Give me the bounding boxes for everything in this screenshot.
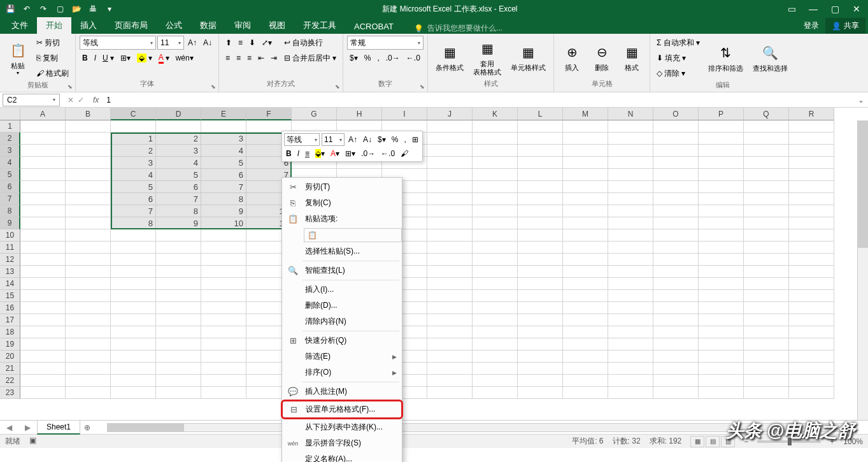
cell-R20[interactable]	[789, 350, 834, 363]
cell-E9[interactable]: 10	[201, 217, 246, 229]
cell-N20[interactable]	[608, 350, 653, 363]
cell-L4[interactable]	[518, 157, 563, 169]
cell-D19[interactable]	[156, 338, 201, 350]
cell-M10[interactable]	[563, 229, 608, 242]
row-header-11[interactable]: 11	[0, 242, 20, 254]
cell-M15[interactable]	[563, 290, 608, 302]
save-icon[interactable]: 💾	[3, 2, 18, 16]
cell-N18[interactable]	[608, 326, 653, 338]
formula-bar[interactable]: 1	[103, 94, 854, 106]
increase-decimal-button[interactable]: .0→	[383, 51, 402, 65]
cell-C21[interactable]	[111, 363, 156, 375]
ctx-define-name[interactable]: 定义名称(A)...	[282, 451, 402, 462]
cell-R8[interactable]	[789, 205, 834, 217]
cell-O18[interactable]	[653, 326, 699, 338]
cell-D13[interactable]	[156, 266, 201, 278]
cell-K6[interactable]	[473, 181, 518, 193]
cell-L19[interactable]	[518, 338, 563, 350]
percent-button[interactable]: %	[362, 51, 374, 65]
cell-D6[interactable]: 6	[156, 181, 201, 193]
cell-O13[interactable]	[653, 266, 699, 278]
cell-M16[interactable]	[563, 302, 608, 314]
cell-O4[interactable]	[653, 157, 699, 169]
row-header-6[interactable]: 6	[0, 181, 20, 193]
print-icon[interactable]: 🖶	[85, 2, 101, 16]
cell-O15[interactable]	[653, 290, 699, 302]
view-page-break-button[interactable]: ▥	[721, 436, 735, 447]
font-color-button[interactable]: A▾	[156, 51, 172, 65]
conditional-format-button[interactable]: ▦条件格式	[432, 36, 467, 79]
ctx-insert-comment[interactable]: 💬插入批注(M)	[282, 384, 402, 400]
cell-D22[interactable]	[156, 375, 201, 387]
cell-A1[interactable]	[20, 120, 66, 133]
row-header-14[interactable]: 14	[0, 278, 20, 290]
font-size-combo[interactable]: 11▾	[157, 36, 184, 50]
cell-D3[interactable]: 3	[156, 145, 201, 157]
cell-A18[interactable]	[20, 326, 66, 338]
cell-L10[interactable]	[518, 229, 563, 242]
indent-inc-button[interactable]: ⇥	[268, 51, 280, 65]
cell-D1[interactable]	[156, 120, 201, 133]
cell-C13[interactable]	[111, 266, 156, 278]
cell-B19[interactable]	[66, 338, 111, 350]
cell-K14[interactable]	[473, 278, 518, 290]
row-header-3[interactable]: 3	[0, 145, 20, 157]
cell-K16[interactable]	[473, 302, 518, 314]
mini-italic[interactable]: I	[295, 148, 301, 159]
cell-L15[interactable]	[518, 290, 563, 302]
login-button[interactable]: 登录	[797, 18, 825, 34]
cell-M3[interactable]	[563, 145, 608, 157]
cell-D21[interactable]	[156, 363, 201, 375]
expand-formula-bar[interactable]: ⌄	[854, 96, 868, 105]
cell-P21[interactable]	[699, 363, 744, 375]
cell-L12[interactable]	[518, 254, 563, 266]
align-middle-button[interactable]: ≡	[236, 36, 245, 50]
cell-Q11[interactable]	[744, 242, 789, 254]
cell-J16[interactable]	[427, 302, 473, 314]
cell-E19[interactable]	[201, 338, 246, 350]
new-icon[interactable]: ▢	[52, 2, 68, 16]
col-header-L[interactable]: L	[518, 108, 563, 120]
col-header-R[interactable]: R	[789, 108, 834, 120]
cell-E1[interactable]	[201, 120, 246, 133]
mini-font-color[interactable]: A▾	[329, 148, 341, 159]
cell-R9[interactable]	[789, 217, 834, 229]
mini-font-combo[interactable]: 等线▾	[284, 133, 320, 146]
close-icon[interactable]: ✕	[848, 2, 865, 16]
cell-L16[interactable]	[518, 302, 563, 314]
cell-A16[interactable]	[20, 302, 66, 314]
col-header-E[interactable]: E	[201, 108, 246, 120]
row-header-9[interactable]: 9	[0, 217, 20, 229]
cell-M22[interactable]	[563, 375, 608, 387]
align-bottom-button[interactable]: ⬇	[246, 36, 258, 50]
cell-D11[interactable]	[156, 242, 201, 254]
cell-N8[interactable]	[608, 205, 653, 217]
cell-E16[interactable]	[201, 302, 246, 314]
cell-C19[interactable]	[111, 338, 156, 350]
cell-E5[interactable]: 6	[201, 169, 246, 181]
cell-L20[interactable]	[518, 350, 563, 363]
cell-A8[interactable]	[20, 205, 66, 217]
ctx-insert[interactable]: 插入(I)...	[282, 282, 402, 298]
cell-O9[interactable]	[653, 217, 699, 229]
cell-B21[interactable]	[66, 363, 111, 375]
cell-E20[interactable]	[201, 350, 246, 363]
delete-cells-button[interactable]: ⊖删除	[588, 36, 616, 79]
tab-home[interactable]: 开始	[37, 17, 71, 34]
cell-D5[interactable]: 5	[156, 169, 201, 181]
cell-P23[interactable]	[699, 387, 744, 399]
cell-D14[interactable]	[156, 278, 201, 290]
row-header-7[interactable]: 7	[0, 193, 20, 205]
ctx-sort[interactable]: 排序(O)▶	[282, 365, 402, 380]
cell-R4[interactable]	[789, 157, 834, 169]
cell-J1[interactable]	[427, 120, 473, 133]
col-header-C[interactable]: C	[111, 108, 156, 120]
sort-filter-button[interactable]: ⇅排序和筛选	[704, 36, 747, 80]
mini-underline[interactable]: ≡	[303, 148, 311, 159]
cell-M21[interactable]	[563, 363, 608, 375]
cell-B17[interactable]	[66, 314, 111, 326]
cell-N21[interactable]	[608, 363, 653, 375]
col-header-O[interactable]: O	[653, 108, 699, 120]
tab-formulas[interactable]: 公式	[157, 17, 191, 34]
cell-D2[interactable]: 2	[156, 133, 201, 145]
